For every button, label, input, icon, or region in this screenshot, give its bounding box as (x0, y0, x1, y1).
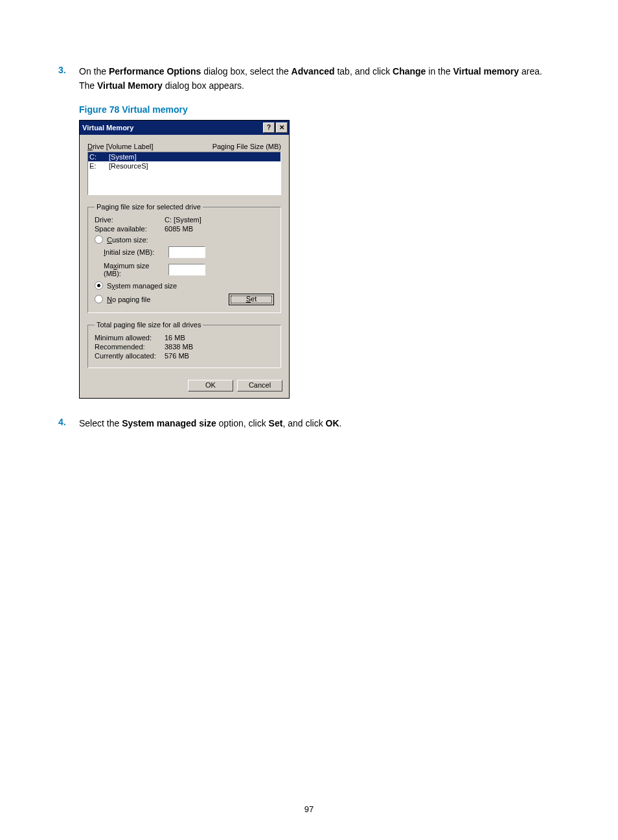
drive-letter: C: (89, 152, 109, 161)
step-3: 3. On the Performance Options dialog box… (58, 65, 560, 399)
text: stem managed size (115, 282, 177, 290)
label: Minimum allowed: (95, 334, 165, 342)
text: Ma (104, 262, 113, 270)
group-legend: Paging file size for selected drive (95, 203, 203, 211)
text-bold: Virtual Memory (97, 80, 163, 91)
volume-label: [System] (109, 152, 279, 161)
kv-cur: Currently allocated: 576 MB (95, 352, 274, 360)
initial-size-row: Initial size (MB): (104, 246, 274, 258)
text-bold: Set (269, 418, 283, 428)
text: rive [Volume Label] (93, 143, 154, 150)
dialog-title: Virtual Memory (82, 124, 262, 132)
titlebar[interactable]: Virtual Memory ? ✕ (80, 121, 289, 135)
group-legend: Total paging file size for all drives (95, 321, 203, 329)
page: 3. On the Performance Options dialog box… (0, 0, 618, 840)
drive-row-e[interactable]: E: [ResourceS] (88, 161, 280, 170)
text: o paging file (112, 296, 150, 303)
text: option, click (216, 418, 269, 428)
text-bold: Performance Options (109, 66, 201, 76)
dialog-body: Drive [Volume Label] Paging File Size (M… (80, 135, 289, 373)
text: nitial size (MB): (106, 248, 154, 256)
step-4-text: Select the System managed size option, c… (79, 417, 560, 431)
text-bold: System managed size (122, 418, 216, 428)
label: Recommended: (95, 343, 165, 351)
text: C (107, 236, 112, 244)
text: Select the (79, 418, 122, 428)
initial-size-input[interactable] (168, 246, 205, 258)
kv-min: Minimum allowed: 16 MB (95, 334, 274, 342)
cancel-button[interactable]: Cancel (237, 380, 282, 391)
total-group: Total paging file size for all drives Mi… (87, 321, 281, 368)
label: Drive: (95, 216, 165, 224)
text: in the (426, 66, 453, 76)
step-4-number: 4. (58, 417, 79, 427)
help-button[interactable]: ? (263, 122, 275, 133)
radio-icon (95, 281, 103, 290)
page-number: 97 (0, 804, 618, 814)
value: C: [System] (165, 216, 201, 224)
maximum-size-input[interactable] (168, 264, 205, 275)
text: dialog box appears. (163, 80, 244, 91)
value: 6085 MB (165, 225, 193, 233)
ok-button[interactable]: OK (188, 380, 233, 391)
value: 576 MB (165, 352, 189, 360)
text: dialog box, select the (201, 66, 291, 76)
text: S (246, 295, 251, 303)
text: Paging File Size (MB) (212, 143, 281, 150)
drive-list[interactable]: C: [System] E: [ResourceS] (87, 152, 281, 195)
set-button[interactable]: Set (229, 294, 274, 305)
option-no-paging[interactable]: No paging file (95, 295, 229, 303)
text: ustom size: (112, 236, 148, 244)
text: D (87, 143, 93, 150)
close-button[interactable]: ✕ (276, 122, 288, 133)
drive-letter: E: (89, 161, 109, 170)
text: et (251, 295, 257, 303)
selected-drive-group: Paging file size for selected drive Driv… (87, 203, 281, 313)
text: . (339, 418, 342, 428)
drive-list-header: Drive [Volume Label] Paging File Size (M… (87, 143, 281, 150)
dialog-button-row: OK Cancel (80, 373, 289, 398)
drive-row-c[interactable]: C: [System] (88, 152, 280, 161)
option-system-managed[interactable]: System managed size (95, 281, 274, 290)
radio-icon (95, 235, 103, 244)
figure-caption: Figure 78 Virtual memory (79, 104, 560, 115)
label: Space available: (95, 225, 165, 233)
label: Currently allocated: (95, 352, 165, 360)
step-4: 4. Select the System managed size option… (58, 417, 560, 431)
text-bold: Virtual memory (453, 66, 519, 76)
text-bold: Change (393, 66, 426, 76)
text: , and click (282, 418, 325, 428)
text: N (107, 296, 112, 303)
step-3-text: On the Performance Options dialog box, s… (79, 65, 560, 93)
step-3-number: 3. (58, 65, 79, 75)
kv-space: Space available: 6085 MB (95, 225, 274, 233)
value: 3838 MB (165, 343, 193, 351)
value: 16 MB (165, 334, 185, 342)
text: tab, and click (335, 66, 393, 76)
virtual-memory-dialog: Virtual Memory ? ✕ Drive [Volume Label] … (79, 120, 290, 399)
radio-icon (95, 295, 103, 303)
text: On the (79, 66, 109, 76)
text-bold: OK (326, 418, 339, 428)
kv-rec: Recommended: 3838 MB (95, 343, 274, 351)
volume-label: [ResourceS] (109, 161, 279, 170)
text-bold: Advanced (292, 66, 335, 76)
maximum-size-row: Maximum size (MB): (104, 262, 274, 277)
option-custom-size[interactable]: Custom size: (95, 235, 274, 244)
kv-drive: Drive: C: [System] (95, 216, 274, 224)
